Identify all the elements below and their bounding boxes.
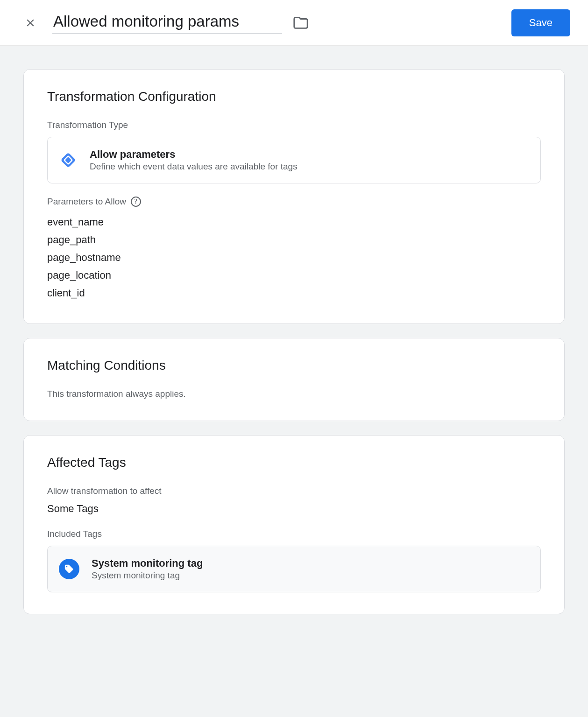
matching-conditions-card[interactable]: Matching Conditions This transformation … [23, 338, 565, 421]
parameter-item: page_path [47, 231, 541, 249]
parameter-item: page_hostname [47, 249, 541, 267]
page-body: Transformation Configuration Transformat… [0, 46, 588, 717]
close-icon [24, 17, 36, 29]
title-input[interactable] [52, 12, 282, 34]
included-tags-section: Included Tags System monitoring tag Syst… [47, 529, 541, 592]
tag-circle-icon [59, 559, 79, 579]
folder-icon [293, 15, 309, 31]
affected-scope-value: Some Tags [47, 503, 541, 515]
transformation-type-label: Transformation Type [47, 120, 541, 130]
parameter-item: client_id [47, 284, 541, 302]
transformation-type-selector[interactable]: Allow parameters Define which event data… [47, 137, 541, 183]
tag-icon [64, 564, 74, 574]
parameters-section: Parameters to Allow ? event_name page_pa… [47, 197, 541, 302]
transformation-type-title: Allow parameters [90, 148, 298, 161]
affected-tags-card[interactable]: Affected Tags Allow transformation to af… [23, 435, 565, 614]
included-tag-title: System monitoring tag [92, 557, 203, 569]
matching-conditions-title: Matching Conditions [47, 358, 541, 373]
included-tag-subtitle: System monitoring tag [92, 570, 203, 581]
gtm-diamond-icon [59, 151, 78, 169]
included-tags-label: Included Tags [47, 529, 541, 539]
included-tag-texts: System monitoring tag System monitoring … [92, 557, 203, 581]
parameter-item: event_name [47, 213, 541, 231]
included-tag-selector[interactable]: System monitoring tag System monitoring … [47, 546, 541, 592]
header-bar: Save [0, 0, 588, 46]
transformation-card-title: Transformation Configuration [47, 89, 541, 104]
help-icon[interactable]: ? [131, 197, 141, 207]
close-button[interactable] [22, 15, 38, 31]
parameter-item: page_location [47, 267, 541, 284]
save-button[interactable]: Save [511, 9, 570, 36]
folder-button[interactable] [291, 14, 310, 32]
parameters-label: Parameters to Allow [47, 197, 126, 207]
parameters-list: event_name page_path page_hostname page_… [47, 213, 541, 302]
matching-conditions-description: This transformation always applies. [47, 389, 541, 399]
affected-tags-title: Affected Tags [47, 455, 541, 470]
title-wrap [52, 12, 511, 34]
transformation-type-texts: Allow parameters Define which event data… [90, 148, 298, 172]
transformation-type-subtitle: Define which event data values are avail… [90, 162, 298, 172]
parameters-label-row: Parameters to Allow ? [47, 197, 541, 207]
transformation-card[interactable]: Transformation Configuration Transformat… [23, 69, 565, 324]
affected-scope-label: Allow transformation to affect [47, 486, 541, 496]
